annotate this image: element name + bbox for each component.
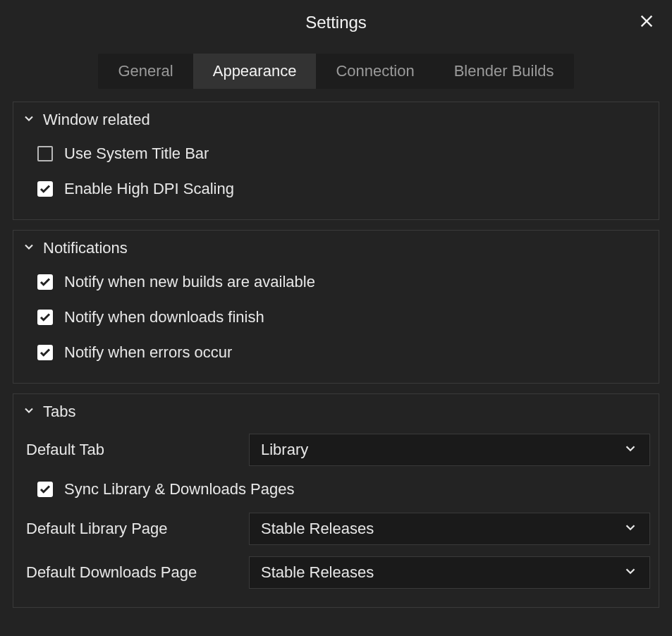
row-default-tab: Default Tab Library	[22, 428, 650, 472]
checkbox-label: Notify when new builds are available	[64, 273, 315, 291]
checkbox-notify-new-builds[interactable]	[37, 274, 53, 290]
panel-title: Tabs	[43, 403, 75, 421]
chevron-down-icon	[623, 520, 638, 538]
chevron-down-icon	[22, 403, 36, 420]
option-notify-errors: Notify when errors occur	[22, 335, 650, 370]
panel-header-notifications[interactable]: Notifications	[22, 236, 650, 264]
chevron-down-icon	[22, 240, 36, 257]
option-notify-downloads-finish: Notify when downloads finish	[22, 300, 650, 335]
tab-general[interactable]: General	[98, 54, 193, 89]
panel-notifications: Notifications Notify when new builds are…	[13, 230, 659, 384]
tab-connection[interactable]: Connection	[316, 54, 434, 89]
option-use-system-title-bar: Use System Title Bar	[22, 136, 650, 171]
select-default-library-page[interactable]: Stable Releases	[249, 513, 650, 545]
titlebar: Settings	[0, 0, 672, 45]
label-default-downloads-page: Default Downloads Page	[26, 563, 197, 581]
row-default-library-page: Default Library Page Stable Releases	[22, 507, 650, 551]
checkbox-label: Notify when downloads finish	[64, 308, 264, 326]
checkbox-use-system-title-bar[interactable]	[37, 146, 53, 161]
checkbox-label: Enable High DPI Scaling	[64, 180, 234, 198]
close-button[interactable]	[637, 13, 656, 32]
option-sync-pages: Sync Library & Downloads Pages	[22, 472, 650, 507]
checkbox-label: Notify when errors occur	[64, 343, 232, 362]
tab-appearance[interactable]: Appearance	[193, 54, 317, 89]
checkbox-label: Use System Title Bar	[64, 145, 209, 163]
select-default-downloads-page[interactable]: Stable Releases	[249, 556, 650, 589]
row-default-downloads-page: Default Downloads Page Stable Releases	[22, 551, 650, 594]
checkbox-enable-high-dpi[interactable]	[37, 181, 53, 197]
checkbox-label: Sync Library & Downloads Pages	[64, 480, 295, 499]
label-default-library-page: Default Library Page	[26, 520, 168, 537]
checkbox-notify-errors[interactable]	[37, 345, 53, 360]
select-value: Stable Releases	[261, 520, 374, 538]
chevron-down-icon	[623, 441, 638, 459]
checkbox-sync-pages[interactable]	[37, 482, 53, 497]
select-value: Stable Releases	[261, 563, 374, 582]
select-default-tab[interactable]: Library	[249, 434, 650, 466]
chevron-down-icon	[22, 111, 36, 128]
tab-blender-builds[interactable]: Blender Builds	[434, 54, 574, 89]
option-enable-high-dpi: Enable High DPI Scaling	[22, 171, 650, 207]
panel-tabs: Tabs Default Tab Library Sync Library & …	[13, 393, 659, 608]
checkbox-notify-downloads-finish[interactable]	[37, 310, 53, 325]
select-value: Library	[261, 441, 308, 459]
panel-header-window-related[interactable]: Window related	[22, 108, 650, 136]
close-icon	[639, 13, 654, 32]
window-title: Settings	[305, 13, 367, 32]
panel-title: Window related	[43, 111, 150, 129]
panel-header-tabs[interactable]: Tabs	[22, 400, 650, 428]
panel-window-related: Window related Use System Title Bar Enab…	[13, 102, 659, 220]
chevron-down-icon	[623, 563, 638, 582]
panel-title: Notifications	[43, 239, 128, 257]
option-notify-new-builds: Notify when new builds are available	[22, 264, 650, 300]
label-default-tab: Default Tab	[26, 441, 104, 458]
tabs-row: General Appearance Connection Blender Bu…	[98, 54, 573, 89]
